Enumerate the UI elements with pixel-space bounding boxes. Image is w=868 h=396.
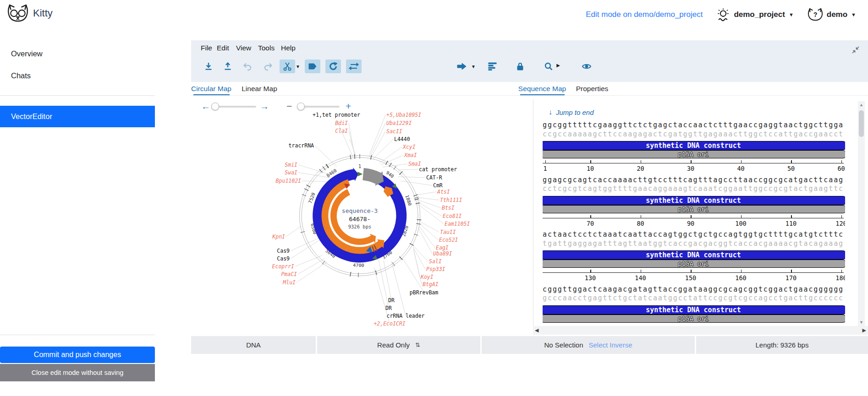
close-edit-mode-button[interactable]: Close edit mode without saving xyxy=(0,364,155,381)
sidebar-item-overview[interactable]: Overview xyxy=(0,46,155,61)
plasmid-center-info[interactable]: sequence-3 64678- 9326 bps xyxy=(342,207,378,229)
map-label[interactable]: Tth111I xyxy=(440,197,462,203)
tab-sequence-map[interactable]: Sequence Map xyxy=(518,85,566,93)
map-label[interactable]: Uba1229I xyxy=(386,120,412,126)
map-label[interactable]: DR xyxy=(385,305,392,311)
map-label[interactable]: cat promoter xyxy=(419,166,457,173)
read-only-lock-button[interactable] xyxy=(512,60,528,73)
feature-bar-p15a-ori[interactable]: p15A ori xyxy=(543,260,845,268)
feature-bar-synthetic-dna[interactable]: synthetic DNA construct xyxy=(543,250,845,260)
molecule-type-cell[interactable]: DNA xyxy=(191,336,316,354)
map-label[interactable]: Bpu1102I xyxy=(276,178,301,184)
map-label[interactable]: CmR xyxy=(433,182,443,189)
map-label[interactable]: Cas9 xyxy=(277,248,290,254)
collapse-panel-icon[interactable] xyxy=(852,46,860,56)
select-inverse-link[interactable]: Select Inverse xyxy=(589,341,632,349)
brand[interactable]: Kitty xyxy=(7,4,53,23)
bottom-strand[interactable]: tgattgaggagatttagttaatggtcaccgacgacggtca… xyxy=(543,239,844,248)
bottom-strand[interactable]: cctcgcgtcagtggttttgaacaggaaagtcaaatcggaa… xyxy=(543,184,844,193)
feature-bar-p15a-ori[interactable]: p15A ori xyxy=(543,315,845,323)
download-button[interactable] xyxy=(201,60,216,73)
map-label[interactable]: MluI xyxy=(282,279,296,286)
map-label[interactable]: CAT-R xyxy=(426,174,442,181)
orf-arrow-caret[interactable]: ▼ xyxy=(471,64,476,69)
vertical-scrollbar[interactable]: ▲ ▼ xyxy=(858,101,865,326)
upload-button[interactable] xyxy=(220,60,236,73)
menu-tools[interactable]: Tools xyxy=(258,44,275,52)
sequence-block[interactable]: cgggttggactcaagacgatagttaccggataaggcgcag… xyxy=(543,285,845,326)
scroll-right-icon[interactable]: ▶ xyxy=(863,327,866,333)
menu-help[interactable]: Help xyxy=(281,44,296,52)
find-button[interactable] xyxy=(541,60,556,73)
map-label[interactable]: BdiI xyxy=(335,120,348,126)
cut-button[interactable] xyxy=(280,60,295,73)
map-label[interactable]: ClaI xyxy=(335,128,348,134)
map-label[interactable]: EagI xyxy=(436,244,449,251)
menu-file[interactable]: File xyxy=(201,44,212,52)
scroll-down-icon[interactable]: ▼ xyxy=(858,320,865,325)
map-label[interactable]: DR xyxy=(388,297,395,304)
scroll-up-icon[interactable]: ▲ xyxy=(858,103,865,107)
top-strand[interactable]: ggcggtttttcgaaggttctctgagctaccaactctttga… xyxy=(543,121,844,129)
map-label[interactable]: KoyI xyxy=(420,274,434,280)
edit-mode-link[interactable]: Edit mode on demo/demo_project xyxy=(586,10,703,19)
flip-strand-button[interactable] xyxy=(346,60,362,73)
top-strand[interactable]: ggagcgcagtcaccaaaacttgtcctttcagtttagcctt… xyxy=(543,176,844,184)
map-label[interactable]: Cas9 xyxy=(277,255,290,262)
alignment-button[interactable] xyxy=(485,60,500,73)
rotate-button[interactable] xyxy=(325,60,341,73)
map-label[interactable]: AtsI xyxy=(437,189,450,195)
map-label[interactable]: tracrRNA xyxy=(289,142,314,149)
map-label[interactable]: Eco81I xyxy=(443,213,462,219)
circular-plasmid-map[interactable]: 1 940 1880 2820 3760 4700 5640 6580 7520… xyxy=(191,99,533,336)
map-label[interactable]: crRNA leader xyxy=(386,313,424,319)
map-label[interactable]: pBRrevBam xyxy=(410,289,438,296)
sequence-blocks[interactable]: ggcggtttttcgaaggttctctgagctaccaactctttga… xyxy=(543,121,845,326)
map-label[interactable]: XcyI xyxy=(402,144,416,150)
tab-linear-map[interactable]: Linear Map xyxy=(242,85,277,93)
tab-properties[interactable]: Properties xyxy=(576,85,609,93)
p15a-ori-feature[interactable] xyxy=(363,168,384,185)
map-label[interactable]: SwaI xyxy=(285,169,297,176)
top-strand[interactable]: actaactcctctaaatcaattaccagtggctgctgccagt… xyxy=(543,230,844,239)
undo-button[interactable] xyxy=(240,60,255,73)
jump-to-end-link[interactable]: ↓ Jump to end xyxy=(549,108,594,116)
vertical-scrollbar-thumb[interactable] xyxy=(859,110,864,137)
cut-options-caret[interactable]: ▼ xyxy=(296,64,300,69)
map-label[interactable]: SalI xyxy=(429,258,442,265)
horizontal-scrollbar[interactable]: ◀ ▶ xyxy=(533,326,868,335)
map-label[interactable]: SmiI xyxy=(285,162,297,168)
map-label[interactable]: Psp33I xyxy=(426,266,445,272)
map-label[interactable]: SacII xyxy=(386,128,402,135)
sequence-block[interactable]: ggcggtttttcgaaggttctctgagctaccaactctttga… xyxy=(543,121,845,176)
sequence-block[interactable]: actaactcctctaaatcaattaccagtggctgctgccagt… xyxy=(543,230,845,285)
map-label[interactable]: KpnI xyxy=(272,233,285,240)
visibility-button[interactable] xyxy=(579,60,594,73)
read-only-cell[interactable]: Read Only ⇅ xyxy=(317,336,480,354)
map-label[interactable]: +2,EcoICRI xyxy=(374,320,405,327)
map-label[interactable]: EcoprrI xyxy=(272,263,295,270)
map-label[interactable]: +5,Uba1095I xyxy=(386,112,421,118)
top-strand[interactable]: cgggttggactcaagacgatagttaccggataaggcgcag… xyxy=(543,285,844,293)
map-label[interactable]: XmaI xyxy=(404,152,417,158)
bottom-strand[interactable]: ccgccaaaaagcttccaagagactcgatggttgagaaact… xyxy=(543,130,844,138)
project-dropdown[interactable]: demo_project ▼ xyxy=(716,7,793,22)
tab-circular-map[interactable]: Circular Map xyxy=(191,85,231,93)
commit-push-button[interactable]: Commit and push changes xyxy=(0,347,155,363)
map-label[interactable]: Uba89I xyxy=(433,250,452,257)
map-label[interactable]: Eco52I xyxy=(439,237,458,243)
map-label[interactable]: L4440 xyxy=(394,136,410,142)
map-label[interactable]: TauII xyxy=(440,229,456,235)
sidebar-item-chats[interactable]: Chats xyxy=(0,68,155,83)
menu-view[interactable]: View xyxy=(236,44,251,52)
redo-button[interactable] xyxy=(260,60,276,73)
feature-bar-synthetic-dna[interactable]: synthetic DNA construct xyxy=(543,305,845,315)
map-label[interactable]: BtgAI xyxy=(423,281,439,288)
map-label[interactable]: BtsI xyxy=(442,205,455,211)
feature-bar-p15a-ori[interactable]: p15A ori xyxy=(543,150,845,158)
menu-edit[interactable]: Edit xyxy=(217,44,229,52)
orf-arrow-button[interactable] xyxy=(454,60,469,73)
user-dropdown[interactable]: ? demo ▼ xyxy=(808,7,856,22)
bottom-strand[interactable]: gcccaacctgagttctgctatcaatggcctattccgcgtc… xyxy=(543,294,844,302)
feature-bar-p15a-ori[interactable]: p15A ori xyxy=(543,205,845,213)
